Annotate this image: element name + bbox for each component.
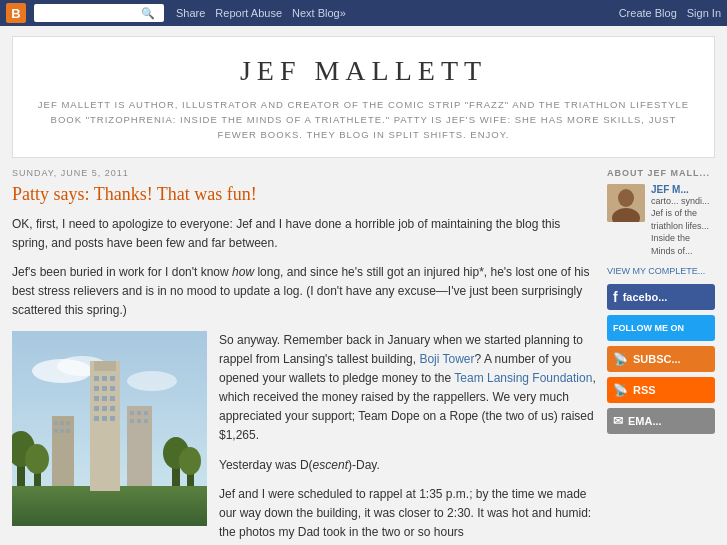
post-body: OK, first, I need to apologize to everyo… (12, 215, 597, 321)
svg-rect-36 (66, 429, 70, 433)
svg-rect-38 (130, 411, 134, 415)
author-desc: carto... syndi... Jef is of the triathlo… (651, 195, 715, 258)
svg-rect-22 (102, 396, 107, 401)
content-area: SUNDAY, JUNE 5, 2011 Patty says: Thanks!… (12, 168, 597, 545)
svg-rect-31 (54, 421, 58, 425)
svg-rect-19 (102, 386, 107, 391)
author-avatar (607, 184, 645, 222)
rss-icon: 📡 (613, 352, 628, 366)
svg-rect-39 (137, 411, 141, 415)
svg-point-45 (618, 189, 634, 207)
svg-rect-24 (94, 406, 99, 411)
sidebar: ABOUT JEF MALL... JEF M... carto... synd… (607, 168, 715, 545)
team-lansing-link[interactable]: Team Lansing Foundation (454, 371, 592, 385)
email-icon: ✉ (613, 414, 623, 428)
create-blog-link[interactable]: Create Blog (619, 7, 677, 19)
next-blog-link[interactable]: Next Blog» (292, 7, 346, 19)
subscribe-button[interactable]: 📡 SUBSC... (607, 346, 715, 372)
post-with-image: So anyway. Remember back in January when… (12, 331, 597, 546)
boji-tower-link[interactable]: Boji Tower (419, 352, 474, 366)
svg-rect-21 (94, 396, 99, 401)
svg-rect-23 (110, 396, 115, 401)
caption-paragraph-2: Yesterday was D(escent)-Day. (219, 456, 597, 475)
blogger-logo[interactable]: B (6, 3, 26, 23)
svg-rect-15 (94, 376, 99, 381)
nav-links: Share Report Abuse Next Blog» (176, 7, 346, 19)
facebook-icon: f (613, 289, 618, 305)
svg-rect-33 (66, 421, 70, 425)
svg-rect-17 (110, 376, 115, 381)
sign-in-link[interactable]: Sign In (687, 7, 721, 19)
svg-rect-28 (102, 416, 107, 421)
svg-rect-34 (54, 429, 58, 433)
svg-rect-18 (94, 386, 99, 391)
search-bar[interactable]: 🔍 (34, 4, 164, 22)
post-image-block (12, 331, 207, 526)
post-paragraph-2: Jef's been buried in work for I don't kn… (12, 263, 597, 321)
svg-rect-43 (144, 419, 148, 423)
search-icon[interactable]: 🔍 (141, 7, 155, 20)
rss-icon2: 📡 (613, 383, 628, 397)
svg-rect-25 (102, 406, 107, 411)
svg-rect-37 (127, 406, 152, 486)
post-paragraph-1: OK, first, I need to apologize to everyo… (12, 215, 597, 253)
svg-point-8 (25, 444, 49, 474)
post-image (12, 331, 207, 526)
blog-tagline: JEF MALLETT IS AUTHOR, ILLUSTRATOR AND C… (33, 97, 694, 143)
svg-rect-16 (102, 376, 107, 381)
search-input[interactable] (38, 7, 138, 19)
svg-rect-14 (94, 361, 116, 371)
svg-rect-41 (130, 419, 134, 423)
rss-button[interactable]: 📡 RSS (607, 377, 715, 403)
report-abuse-link[interactable]: Report Abuse (215, 7, 282, 19)
svg-point-12 (179, 447, 201, 475)
svg-rect-35 (60, 429, 64, 433)
svg-point-3 (127, 371, 177, 391)
svg-rect-4 (12, 486, 207, 526)
blog-title: JEF MALLETT (33, 55, 694, 87)
author-info: JEF M... carto... syndi... Jef is of the… (651, 184, 715, 258)
share-link[interactable]: Share (176, 7, 205, 19)
svg-rect-20 (110, 386, 115, 391)
follow-button[interactable]: FOLLOW ME ON (607, 315, 715, 341)
blog-header: JEF MALLETT JEF MALLETT IS AUTHOR, ILLUS… (12, 36, 715, 158)
navbar: B 🔍 Share Report Abuse Next Blog» Create… (0, 0, 727, 26)
author-card: JEF M... carto... syndi... Jef is of the… (607, 184, 715, 258)
post-caption: So anyway. Remember back in January when… (219, 331, 597, 546)
post-date: SUNDAY, JUNE 5, 2011 (12, 168, 597, 178)
facebook-button[interactable]: f facebo... (607, 284, 715, 310)
email-button[interactable]: ✉ EMA... (607, 408, 715, 434)
svg-rect-30 (52, 416, 74, 486)
about-title: ABOUT JEF MALL... (607, 168, 715, 178)
svg-rect-42 (137, 419, 141, 423)
caption-paragraph-1: So anyway. Remember back in January when… (219, 331, 597, 446)
svg-rect-29 (110, 416, 115, 421)
svg-rect-26 (110, 406, 115, 411)
svg-rect-27 (94, 416, 99, 421)
author-name[interactable]: JEF M... (651, 184, 715, 195)
post-title: Patty says: Thanks! That was fun! (12, 184, 597, 205)
svg-rect-32 (60, 421, 64, 425)
right-links: Create Blog Sign In (619, 7, 721, 19)
view-complete-link[interactable]: VIEW MY COMPLETE... (607, 266, 715, 276)
main-layout: SUNDAY, JUNE 5, 2011 Patty says: Thanks!… (12, 168, 715, 545)
caption-paragraph-3: Jef and I were scheduled to rappel at 1:… (219, 485, 597, 543)
svg-rect-40 (144, 411, 148, 415)
